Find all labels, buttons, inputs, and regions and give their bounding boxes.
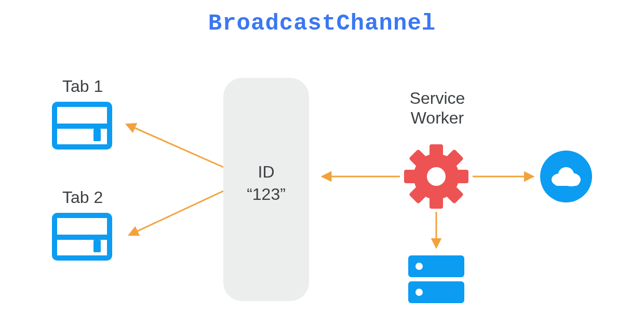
service-worker-line2: Worker: [396, 108, 479, 128]
svg-rect-4: [443, 183, 464, 204]
tab-2-label: Tab 2: [62, 188, 103, 207]
svg-rect-5: [430, 193, 443, 209]
browser-window-icon: [52, 213, 112, 261]
channel-id-block: ID “123”: [223, 161, 309, 206]
svg-rect-3: [453, 170, 468, 183]
gear-icon: [404, 144, 468, 209]
diagram-stage: BroadcastChannel ID “123” Tab 1 Tab 2 Se…: [0, 0, 644, 326]
svg-rect-7: [404, 170, 420, 183]
channel-id-value: “123”: [223, 183, 309, 206]
cloud-badge: [540, 151, 592, 202]
svg-point-9: [413, 154, 459, 199]
arrow-channel-to-tab1: [127, 125, 223, 167]
tab-1-label: Tab 1: [62, 77, 103, 96]
arrow-channel-to-tab2: [130, 191, 223, 235]
svg-point-10: [427, 167, 446, 186]
broadcast-channel-pill: ID “123”: [223, 78, 309, 301]
svg-rect-2: [443, 149, 464, 170]
svg-rect-6: [409, 183, 430, 204]
server-icon: [408, 255, 464, 307]
service-worker-label: Service Worker: [396, 88, 479, 128]
service-worker-line1: Service: [396, 88, 479, 108]
svg-rect-8: [409, 149, 430, 170]
browser-window-icon: [52, 102, 112, 150]
diagram-title: BroadcastChannel: [0, 10, 644, 36]
svg-rect-1: [430, 144, 443, 160]
channel-id-label: ID: [223, 161, 309, 183]
